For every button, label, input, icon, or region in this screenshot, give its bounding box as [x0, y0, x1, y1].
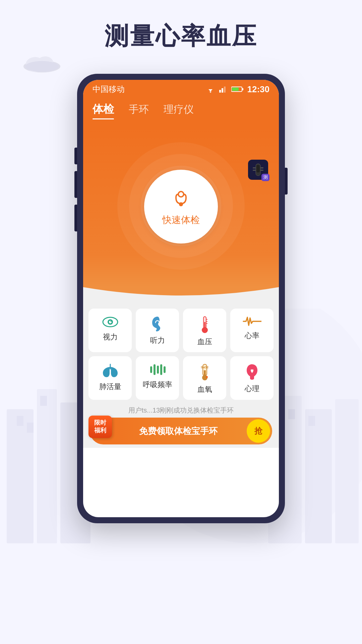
psychology-item[interactable]: 心理: [230, 356, 274, 400]
thermometer-icon: [199, 315, 211, 333]
svg-rect-21: [224, 87, 226, 93]
hearing-label: 听力: [150, 335, 165, 345]
svg-rect-11: [288, 409, 295, 419]
heartrate-icon: [243, 315, 261, 327]
svg-rect-12: [308, 416, 315, 426]
breath-icon: [148, 363, 167, 376]
svg-point-55: [206, 376, 208, 378]
svg-point-34: [178, 192, 184, 197]
wifi-icon: [206, 86, 215, 93]
features-section: 视力 听力: [83, 305, 279, 448]
svg-rect-47: [154, 364, 156, 375]
svg-rect-49: [160, 364, 162, 375]
status-bar: 中国移动 12:30: [83, 80, 279, 99]
banner-tag: 限时 福利: [88, 416, 112, 438]
grid-row-2: 肺活量 呼吸频率: [88, 356, 274, 400]
svg-rect-9: [335, 399, 359, 543]
svg-point-35: [179, 202, 183, 206]
volume-up-button: [74, 171, 77, 198]
grab-button[interactable]: 抢: [247, 419, 270, 443]
stethoscope-icon: [169, 187, 193, 210]
mute-button: [74, 148, 77, 164]
battery-icon: [231, 86, 243, 92]
svg-text:SaO2: SaO2: [201, 366, 208, 369]
svg-rect-2: [37, 389, 57, 543]
svg-rect-26: [256, 165, 260, 172]
status-icons: 12:30: [206, 84, 270, 95]
power-button: [285, 168, 288, 195]
svg-rect-50: [164, 366, 166, 373]
quick-exam-button[interactable]: 快速体检: [144, 170, 218, 244]
lung-icon: [101, 363, 120, 378]
notice-text: 用户ts...13刚刚成功兑换体检宝手环: [88, 404, 274, 418]
tab-physical-exam[interactable]: 体检: [93, 102, 114, 119]
heart-rate-item[interactable]: 心率: [230, 309, 274, 352]
svg-rect-19: [219, 90, 221, 93]
svg-rect-4: [17, 416, 23, 426]
signal-icon: [219, 86, 227, 93]
heart-rate-label: 心率: [245, 331, 259, 341]
ear-icon: [151, 315, 164, 332]
banner-tag-line1: 限时: [90, 419, 110, 427]
bottom-banner[interactable]: 限时 福利 免费领取体检宝手环 抢: [90, 418, 272, 444]
hearing-item[interactable]: 听力: [136, 309, 179, 352]
vision-item[interactable]: 视力: [88, 309, 132, 352]
eye-icon: [102, 315, 119, 329]
center-button-label: 快速体检: [162, 214, 200, 226]
phone-frame: 中国移动 12:30: [77, 74, 285, 523]
svg-rect-20: [222, 88, 223, 93]
svg-rect-8: [305, 409, 332, 543]
wave-svg: [83, 287, 279, 304]
lung-label: 肺活量: [99, 382, 121, 392]
tab-therapy[interactable]: 理疗仪: [164, 103, 194, 119]
vision-label: 视力: [103, 332, 118, 342]
svg-marker-18: [209, 92, 212, 93]
svg-point-16: [25, 61, 59, 72]
svg-rect-27: [253, 167, 256, 168]
svg-point-39: [110, 321, 111, 322]
nav-tabs: 体检 手环 理疗仪: [83, 99, 279, 126]
svg-rect-29: [253, 170, 256, 171]
page-title: 测量心率血压: [0, 20, 362, 52]
svg-rect-30: [260, 170, 263, 171]
banner-text: 免费领取体检宝手环: [110, 425, 247, 437]
mind-icon: [244, 363, 260, 380]
svg-marker-17: [208, 89, 213, 92]
grid-row-1: 视力 听力: [88, 309, 274, 352]
psychology-label: 心理: [245, 384, 259, 394]
svg-rect-53: [204, 370, 206, 377]
device-badge-label: 测: [261, 174, 269, 181]
blood-oxygen-icon: SaO2: [197, 363, 212, 381]
svg-rect-23: [242, 88, 243, 90]
blood-pressure-label: 血压: [197, 337, 212, 347]
svg-rect-24: [232, 88, 239, 91]
svg-rect-5: [27, 423, 34, 433]
banner-tag-line2: 福利: [90, 427, 110, 434]
blood-pressure-item[interactable]: 血压: [183, 309, 226, 352]
wave-separator: [83, 287, 279, 305]
svg-rect-28: [260, 167, 263, 168]
cloud-decoration: [20, 54, 64, 74]
svg-rect-46: [150, 366, 152, 373]
device-badge[interactable]: 测: [248, 160, 272, 184]
time-label: 12:30: [247, 84, 270, 95]
carrier-label: 中国移动: [93, 84, 125, 95]
breath-item[interactable]: 呼吸频率: [136, 356, 179, 400]
svg-rect-48: [157, 366, 159, 374]
blood-oxygen-item[interactable]: SaO2 血氧: [183, 356, 226, 400]
svg-rect-6: [40, 396, 47, 406]
main-orange-area: 测 快速体检: [83, 126, 279, 287]
phone-screen: 中国移动 12:30: [83, 80, 279, 517]
lung-item[interactable]: 肺活量: [88, 356, 132, 400]
volume-down-button: [74, 205, 77, 231]
blood-oxygen-label: 血氧: [197, 384, 212, 394]
breath-label: 呼吸频率: [143, 380, 172, 390]
tab-wristband[interactable]: 手环: [129, 103, 149, 119]
svg-rect-42: [204, 322, 205, 329]
